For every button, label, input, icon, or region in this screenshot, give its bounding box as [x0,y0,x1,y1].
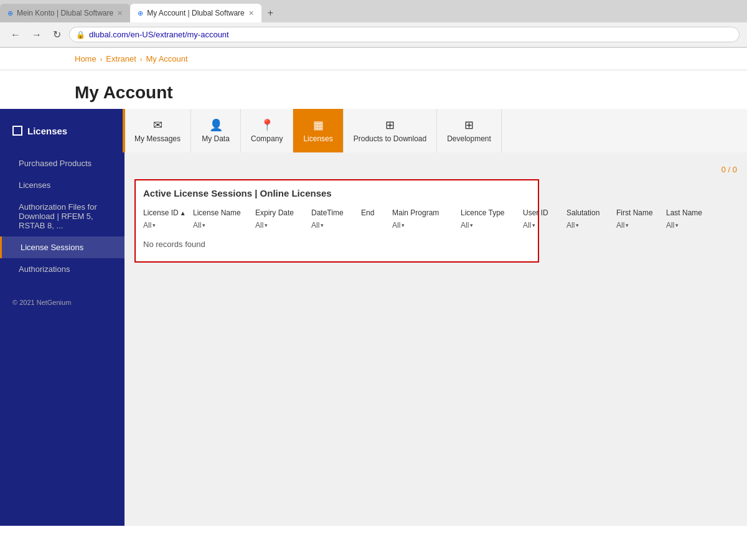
page-title: My Account [75,83,672,103]
col-licence-type: Licence Type [461,208,523,217]
col-last-name: Last Name [666,208,716,217]
page: Home › Extranet › My Account My Account … [0,48,747,526]
col-user-id: User ID [523,208,566,217]
nav-sidebar-label: Licenses [0,109,125,152]
filter-licence-type[interactable]: All ▾ [461,221,523,230]
tab-products-label: Products to Download [354,134,426,143]
col-expiry-date: Expiry Date [255,208,311,217]
address-text: dlubal.com/en-US/extranet/my-account [89,30,229,39]
licenses-icon: ▦ [313,118,324,132]
filter-user-id[interactable]: All ▾ [523,221,566,230]
tab-bar: ⊕ Mein Konto | Dlubal Software ✕ ⊕ My Ac… [0,0,747,22]
col-datetime: DateTime [311,208,361,217]
tab-2-close[interactable]: ✕ [248,9,254,17]
tab-products[interactable]: ⊞ Products to Download [344,109,437,152]
sidebar-item-sessions[interactable]: License Sessions [0,236,125,258]
address-input[interactable]: 🔒 dlubal.com/en-US/extranet/my-account [69,27,740,42]
tab-licenses-label: Licenses [303,134,332,143]
tab-1[interactable]: ⊕ Mein Konto | Dlubal Software ✕ [0,4,130,22]
filter-datetime[interactable]: All ▾ [311,221,361,230]
col-first-name: First Name [616,208,666,217]
browser-chrome: ⊕ Mein Konto | Dlubal Software ✕ ⊕ My Ac… [0,0,747,48]
filter-arrow-9: ▾ [626,222,629,228]
sort-arrow: ▲ [180,210,186,217]
filter-arrow-3: ▾ [265,222,268,228]
new-tab-button[interactable]: + [261,4,280,22]
lock-icon: 🔒 [76,30,85,39]
content-area: Purchased Products Licenses Authorizatio… [0,152,747,526]
filter-arrow-5: ▾ [402,222,405,228]
tab-1-label: Mein Konto | Dlubal Software [17,9,113,17]
tab-development[interactable]: ⊞ Development [437,109,502,152]
main-nav: Licenses ✉ My Messages 👤 My Data 📍 Compa… [0,109,747,152]
tab-company[interactable]: 📍 Company [241,109,293,152]
sidebar-copyright: © 2021 NetGenium [0,286,125,319]
breadcrumb-home[interactable]: Home [75,54,96,63]
filter-first-name[interactable]: All ▾ [616,221,666,230]
breadcrumb-myaccount[interactable]: My Account [146,54,187,63]
breadcrumb-sep-2: › [140,55,143,63]
tab-company-label: Company [251,134,283,143]
tab-licenses[interactable]: ▦ Licenses [293,109,343,152]
development-icon: ⊞ [464,118,474,132]
tab-mydata-label: My Data [202,134,230,143]
filter-arrow-10: ▾ [675,222,679,228]
tab-1-close[interactable]: ✕ [117,9,123,17]
messages-icon: ✉ [153,118,162,132]
filter-salutation[interactable]: All ▾ [566,221,616,230]
tab-pin-icon: ⊕ [7,9,13,17]
company-icon: 📍 [260,118,274,132]
filter-license-name[interactable]: All ▾ [193,221,255,230]
tab-2[interactable]: ⊕ My Account | Dlubal Software ✕ [130,4,261,22]
sidebar-item-licenses[interactable]: Licenses [0,174,125,196]
main-content: 0 / 0 Active License Sessions | Online L… [125,152,747,526]
no-records-message: No records found [143,235,530,254]
filter-row: All ▾ All ▾ All ▾ All ▾ [143,220,530,235]
sidebar-item-authorizations[interactable]: Authorizations [0,258,125,280]
tab-2-label: My Account | Dlubal Software [147,9,245,17]
table-header: License ID ▲ License Name Expiry Date Da… [143,206,530,220]
filter-end[interactable] [361,221,392,230]
tab-mydata[interactable]: 👤 My Data [191,109,241,152]
col-end: End [361,208,392,217]
tab-development-label: Development [447,134,491,143]
sidebar-item-purchased[interactable]: Purchased Products [0,152,125,174]
col-salutation: Salutation [566,208,616,217]
breadcrumb-extranet[interactable]: Extranet [106,54,136,63]
mydata-icon: 👤 [209,118,223,132]
nav-checkbox[interactable] [12,126,22,136]
filter-arrow-8: ▾ [576,222,579,228]
nav-tabs: ✉ My Messages 👤 My Data 📍 Company ▦ Lice… [125,109,747,152]
breadcrumb: Home › Extranet › My Account [0,48,747,70]
sidebar-item-authfiles[interactable]: Authorization Files for Download | RFEM … [0,196,125,236]
tab-messages[interactable]: ✉ My Messages [125,109,191,152]
col-license-name: License Name [193,208,255,217]
license-panel: Active License Sessions | Online License… [134,179,539,263]
col-main-program: Main Program [392,208,461,217]
col-license-id: License ID ▲ [143,208,193,217]
breadcrumb-sep-1: › [100,55,103,63]
filter-arrow-2: ▾ [202,222,205,228]
filter-arrow-1: ▾ [153,222,156,228]
tab-2-pin-icon: ⊕ [138,9,143,17]
filter-expiry-date[interactable]: All ▾ [255,221,311,230]
filter-arrow-6: ▾ [470,222,473,228]
filter-main-program[interactable]: All ▾ [392,221,461,230]
panel-title: Active License Sessions | Online License… [143,188,530,198]
filter-license-id[interactable]: All ▾ [143,221,193,230]
filter-arrow-4: ▾ [321,222,324,228]
record-count: 0 / 0 [134,162,737,177]
filter-arrow-7: ▾ [532,222,535,228]
nav-sidebar-text: Licenses [27,126,67,136]
sidebar: Purchased Products Licenses Authorizatio… [0,152,125,526]
filter-last-name[interactable]: All ▾ [666,221,716,230]
products-icon: ⊞ [385,118,395,132]
page-title-section: My Account [0,70,747,109]
refresh-button[interactable]: ↻ [50,27,64,42]
tab-messages-label: My Messages [134,134,181,143]
forward-button[interactable]: → [29,28,45,42]
address-bar: ← → ↻ 🔒 dlubal.com/en-US/extranet/my-acc… [0,22,747,47]
back-button[interactable]: ← [7,28,24,42]
